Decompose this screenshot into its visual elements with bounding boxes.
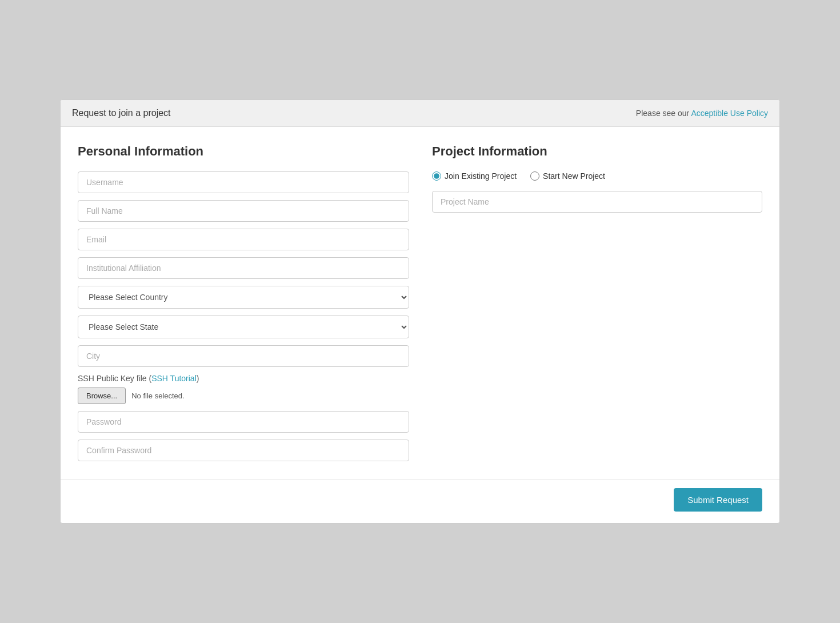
state-field-wrapper: Please Select State [78, 316, 409, 338]
no-file-label: No file selected. [131, 392, 185, 400]
city-field-wrapper [78, 345, 409, 367]
personal-section-title: Personal Information [78, 144, 409, 159]
fullname-input[interactable] [78, 200, 409, 222]
start-new-option[interactable]: Start New Project [530, 171, 605, 181]
personal-info-section: Personal Information Please Select Count… [78, 144, 409, 468]
ssh-label-end: ) [197, 374, 199, 383]
password-input[interactable] [78, 411, 409, 433]
username-input[interactable] [78, 171, 409, 193]
footer-bar: Submit Request [61, 480, 779, 523]
policy-prefix-text: Please see our [636, 109, 691, 118]
confirm-password-field-wrapper [78, 440, 409, 461]
file-upload-row: Browse... No file selected. [78, 388, 409, 404]
header-bar: Request to join a project Please see our… [61, 100, 779, 127]
city-input[interactable] [78, 345, 409, 367]
project-section-title: Project Information [432, 144, 762, 159]
affiliation-input[interactable] [78, 257, 409, 279]
password-field-wrapper [78, 411, 409, 433]
affiliation-field-wrapper [78, 257, 409, 279]
project-name-input[interactable] [432, 191, 762, 213]
country-select[interactable]: Please Select Country [78, 286, 409, 309]
email-field-wrapper [78, 229, 409, 250]
username-field-wrapper [78, 171, 409, 193]
ssh-tutorial-link[interactable]: SSH Tutorial [151, 374, 197, 383]
header-title: Request to join a project [72, 108, 171, 118]
email-input[interactable] [78, 229, 409, 250]
browse-button[interactable]: Browse... [78, 388, 126, 404]
ssh-label: SSH Public Key file (SSH Tutorial) [78, 374, 409, 383]
confirm-password-input[interactable] [78, 440, 409, 461]
submit-request-button[interactable]: Submit Request [674, 488, 762, 512]
join-existing-radio[interactable] [432, 171, 441, 181]
form-body: Personal Information Please Select Count… [61, 127, 779, 480]
join-existing-label: Join Existing Project [445, 171, 517, 181]
ssh-label-text: SSH Public Key file ( [78, 374, 151, 383]
state-select[interactable]: Please Select State [78, 316, 409, 338]
join-existing-option[interactable]: Join Existing Project [432, 171, 517, 181]
country-field-wrapper: Please Select Country [78, 286, 409, 309]
project-name-field-wrapper [432, 191, 762, 213]
project-info-section: Project Information Join Existing Projec… [432, 144, 762, 468]
main-container: Request to join a project Please see our… [60, 99, 780, 524]
start-new-label: Start New Project [543, 171, 605, 181]
header-policy: Please see our Acceptible Use Policy [636, 109, 768, 118]
start-new-radio[interactable] [530, 171, 539, 181]
policy-link[interactable]: Acceptible Use Policy [691, 109, 768, 118]
fullname-field-wrapper [78, 200, 409, 222]
project-type-radio-group: Join Existing Project Start New Project [432, 171, 762, 181]
